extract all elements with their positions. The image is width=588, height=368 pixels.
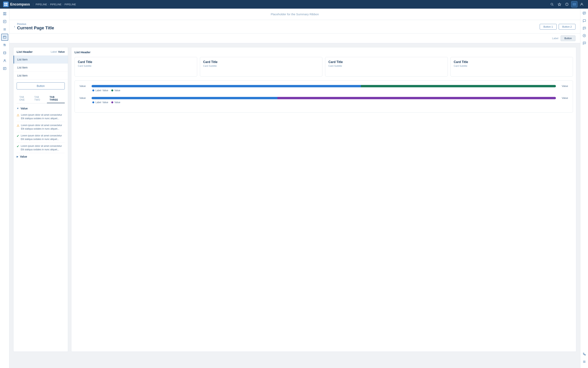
svg-rect-0: [4, 3, 6, 4]
sidebar-icon-6[interactable]: [1, 49, 8, 56]
warning-icon-1: ⚠: [17, 124, 19, 128]
back-arrow[interactable]: ‹: [14, 25, 15, 28]
summary-ribbon-text: Placeholder for the Summary Ribbon: [271, 12, 319, 16]
breadcrumb: PIPELINE › PIPELINE › PIPELINE: [33, 3, 76, 6]
panel-header-title: List Header: [17, 50, 33, 54]
breadcrumb-sep-2: ›: [62, 3, 63, 6]
bar-segment-row-1: [91, 97, 556, 99]
accordion-item-1: ⚠ Lorem ipsum dolor sit amet consectetur…: [17, 122, 65, 132]
panel-button[interactable]: Button: [17, 83, 65, 90]
breadcrumb-2[interactable]: PIPELINE: [50, 3, 62, 6]
breadcrumb-3[interactable]: PIPELINE: [64, 3, 76, 6]
rs-icon-1[interactable]: [581, 18, 588, 24]
header-button-1[interactable]: Button 1: [540, 24, 556, 29]
chart-row-0: Value Value: [80, 84, 568, 92]
card-subtitle-3: Card Subtitle: [454, 64, 570, 67]
summary-ribbon: Placeholder for the Summary Ribbon: [9, 9, 580, 20]
left-panel: List Header Label Value List Item List I…: [13, 47, 68, 352]
bar-track-1: [91, 97, 556, 99]
main-content: Placeholder for the Summary Ribbon ‹ Pre…: [9, 9, 580, 368]
list-item-0[interactable]: List Item: [14, 55, 68, 64]
sidebar-icon-5[interactable]: [1, 42, 8, 48]
accordion-collapsed[interactable]: ▶ Value: [14, 153, 68, 160]
svg-rect-24: [3, 36, 6, 38]
sidebar-icon-7[interactable]: [1, 57, 8, 64]
card-1[interactable]: Card Title Card Subtitle: [200, 57, 322, 76]
accordion-item-0: ⚠ Lorem ipsum dolor sit amet consectetur…: [17, 111, 65, 122]
page-title: Current Page Title: [17, 26, 54, 30]
user-card-icon[interactable]: [571, 1, 578, 8]
star-icon[interactable]: [556, 1, 562, 8]
svg-rect-3: [6, 4, 8, 6]
legend-item-0b: Value: [111, 89, 120, 92]
legend-item-1b: Value: [111, 101, 120, 104]
card-0[interactable]: Card Title Card Subtitle: [74, 57, 197, 76]
legend-dot-green-0: [111, 90, 113, 92]
card-3[interactable]: Card Title Card Subtitle: [451, 57, 573, 76]
list-item-1[interactable]: List Item: [14, 64, 68, 72]
rs-icon-0[interactable]: [581, 10, 588, 17]
sidebar-icon-2[interactable]: [1, 18, 8, 25]
warning-icon-0: ⚠: [17, 113, 19, 117]
tabs-area: TAB ONE TAB TWO TAB THREE: [14, 92, 68, 103]
rs-phone-icon[interactable]: [581, 351, 588, 358]
rs-icon-4[interactable]: [581, 40, 588, 46]
right-panel-header: List Header: [74, 50, 573, 54]
secondary-button[interactable]: Button: [561, 36, 576, 41]
tab-one[interactable]: TAB ONE: [17, 94, 32, 103]
tab-three[interactable]: TAB THREE: [47, 94, 65, 103]
accordion: ▼ Value ⚠ Lorem ipsum dolor sit amet con…: [14, 103, 68, 153]
help-icon[interactable]: ?: [564, 1, 570, 8]
sidebar-icon-3[interactable]: [1, 26, 8, 33]
accordion-expanded-header[interactable]: ▼ Value: [17, 105, 65, 111]
svg-rect-15: [5, 12, 6, 13]
list-item-2[interactable]: List Item: [14, 72, 68, 80]
right-sidebar: [580, 9, 588, 368]
svg-rect-1: [6, 3, 8, 4]
tab-two[interactable]: TAB TWO: [32, 94, 47, 103]
logo-area: Encompass: [3, 1, 30, 7]
svg-rect-2: [4, 4, 6, 6]
accordion-item-2: ✔ Lorem ipsum dolor sit amet consectetur…: [17, 132, 65, 143]
svg-rect-17: [5, 14, 6, 15]
svg-point-30: [4, 44, 4, 45]
legend-label-1: Label: [96, 101, 101, 104]
legend-val-1b: Value: [115, 101, 120, 104]
sidebar-icon-8[interactable]: [1, 65, 8, 72]
accordion-item-3: ✔ Lorem ipsum dolor sit amet consectetur…: [17, 143, 65, 153]
accordion-item-text-1: Lorem ipsum dolor sit amet consectetur E…: [21, 123, 65, 130]
card-subtitle-0: Card Subtitle: [78, 64, 194, 67]
svg-rect-16: [3, 14, 5, 15]
sidebar-icon-4[interactable]: [1, 34, 8, 41]
bar-legend-0: Label Value Value: [80, 89, 568, 92]
success-icon-2: ✔: [17, 134, 19, 138]
card-title-3: Card Title: [454, 60, 570, 64]
svg-rect-18: [3, 20, 6, 23]
accordion-item-text-2: Lorem ipsum dolor sit amet consectetur E…: [21, 134, 65, 141]
card-title-2: Card Title: [329, 60, 445, 64]
bar-track-0: [91, 85, 556, 87]
nav-icons: ?: [549, 1, 585, 8]
rs-bottom-icon[interactable]: [581, 359, 588, 365]
rs-icon-2[interactable]: [581, 25, 588, 31]
right-panel: List Header Card Title Card Subtitle Car…: [71, 47, 576, 352]
bar-container-0: Value Value: [80, 84, 568, 88]
svg-text:?: ?: [566, 3, 568, 6]
svg-rect-37: [583, 12, 586, 14]
svg-point-10: [573, 4, 574, 5]
profile-icon[interactable]: [579, 1, 585, 8]
header-button-2[interactable]: Button 2: [559, 24, 576, 29]
panel-button-area: Button: [14, 80, 68, 92]
legend-item-1a: Label Value: [92, 101, 108, 104]
card-2[interactable]: Card Title Card Subtitle: [325, 57, 448, 76]
breadcrumb-1[interactable]: PIPELINE: [36, 3, 47, 6]
secondary-label: Label: [552, 37, 559, 40]
accordion-item-text-0: Lorem ipsum dolor sit amet consectetur E…: [21, 113, 65, 120]
bar-start-label-1: Value: [80, 96, 89, 100]
panel-meta-label: Label: [51, 50, 57, 53]
sidebar-icon-1[interactable]: [1, 10, 8, 17]
search-icon[interactable]: [549, 1, 555, 8]
previous-label: Previous: [17, 23, 54, 26]
rs-icon-3[interactable]: [581, 33, 588, 39]
bar-seg-purple-1: [277, 97, 556, 99]
